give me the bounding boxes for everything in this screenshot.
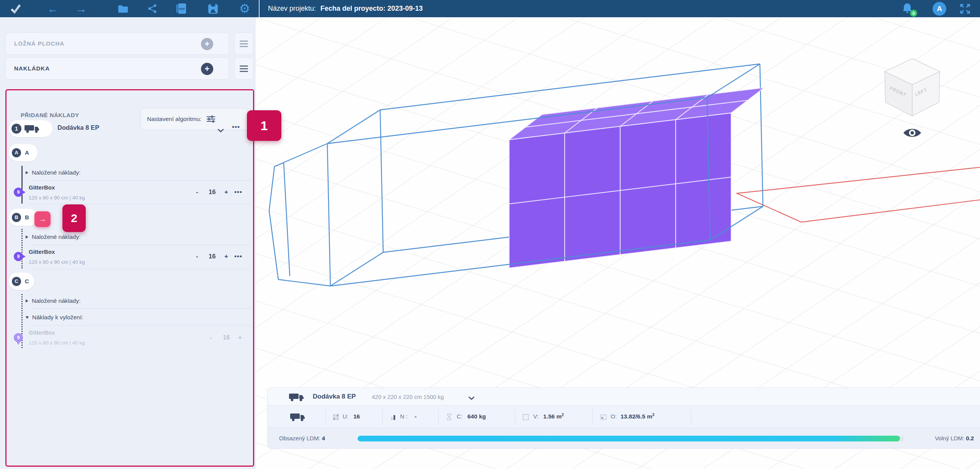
section-nakladka[interactable]: NAKLÁDKA + xyxy=(5,57,229,80)
ldm-free-label: Volný LDM: 0.2 xyxy=(935,435,974,441)
project-title-value[interactable]: Fecha del proyecto: 2023-09-13 xyxy=(320,5,423,13)
cargo-b-qty[interactable]: 16 xyxy=(209,253,216,260)
cargo-c-dims: 120 x 80 x 90 cm | 40 kg xyxy=(29,340,85,346)
vehicle-name[interactable]: Dodávka 8 EP xyxy=(57,124,99,131)
cargo-c-plus-button[interactable]: + xyxy=(238,334,242,342)
group-b-guide-line xyxy=(21,229,23,268)
stat-divider xyxy=(515,409,515,425)
section-lozna-plocha-label: LOŽNÁ PLOCHA xyxy=(6,33,229,54)
nakladka-menu-button[interactable] xyxy=(234,57,253,80)
cargo-b-dims: 120 x 80 x 90 cm | 40 kg xyxy=(29,259,85,265)
truck-icon xyxy=(289,392,305,402)
settings-gear-icon[interactable]: ⚙ xyxy=(237,0,252,17)
group-b-pill[interactable]: B B xyxy=(9,209,38,226)
hamburger-icon xyxy=(240,41,248,42)
notifications-bell-icon[interactable]: 0 xyxy=(902,3,915,16)
group-c-pill[interactable]: C C xyxy=(9,273,34,290)
section-lozna-plocha[interactable]: LOŽNÁ PLOCHA + xyxy=(5,33,229,55)
top-bar: ← → PDF ⚙ Název projektu: Fecha del proy… xyxy=(0,0,980,17)
cargo-a-minus-button[interactable]: - xyxy=(196,188,198,196)
stat-divider xyxy=(382,409,383,425)
panel-vehicle-name: Dodávka 8 EP xyxy=(313,393,356,400)
group-c-loaded-toggle[interactable]: Naložené náklady: xyxy=(26,297,81,304)
group-b-arrow-button[interactable]: → xyxy=(34,211,51,227)
back-arrow-icon[interactable]: ← xyxy=(46,0,60,17)
collapsed-triangle-icon xyxy=(26,171,28,174)
expanded-triangle-icon xyxy=(26,316,29,319)
units-grid-icon xyxy=(333,414,339,420)
weight-hourglass-icon xyxy=(446,413,452,420)
app-logo-check-icon[interactable] xyxy=(9,0,22,17)
folder-icon[interactable] xyxy=(116,0,130,17)
vehicle-menu-dots[interactable]: ••• xyxy=(232,123,240,131)
stat-c-label: C: xyxy=(457,413,462,420)
group-a-badge: A xyxy=(12,148,21,157)
cargo-a-qty[interactable]: 16 xyxy=(209,188,216,196)
loaded-loads-label: Naložené náklady: xyxy=(32,169,81,176)
vehicle-collapse-chevron-icon[interactable] xyxy=(217,127,224,134)
separator xyxy=(29,204,252,204)
group-c-badge: C xyxy=(12,277,21,286)
export-pdf-icon[interactable]: PDF xyxy=(174,0,188,17)
lozna-plocha-menu-button[interactable] xyxy=(234,33,253,55)
added-loads-header: PŘIDANÉ NÁKLADY xyxy=(21,112,79,118)
group-a-label: A xyxy=(25,149,29,156)
cargo-c-qty[interactable]: 16 xyxy=(223,334,230,341)
loaded-loads-label: Naložené náklady: xyxy=(32,234,81,240)
cargo-a-plus-button[interactable]: + xyxy=(224,188,228,196)
project-title-label: Název projektu: xyxy=(268,5,316,13)
cargo-c-name: GitterBox xyxy=(29,329,55,336)
group-c-label: C xyxy=(25,278,29,284)
algorithm-settings-label: Nastavení algoritmu: xyxy=(147,116,201,123)
vehicle-index-badge: 1 xyxy=(11,124,21,134)
purple-cargo-stack[interactable] xyxy=(509,88,764,268)
ldm-progress-track xyxy=(358,436,904,441)
add-loading-area-button[interactable]: + xyxy=(201,38,213,50)
save-project-icon[interactable] xyxy=(206,0,220,17)
stack-bars-icon xyxy=(391,414,396,420)
add-nakladka-button[interactable]: + xyxy=(201,63,213,75)
cargo-a-menu-dots[interactable]: ••• xyxy=(234,188,242,196)
cargo-b-menu-dots[interactable]: ••• xyxy=(234,253,242,260)
group-b-badge: B xyxy=(12,213,21,222)
share-icon[interactable] xyxy=(145,0,159,17)
stat-c-value: 640 kg xyxy=(467,413,486,420)
project-title: Název projektu: Fecha del proyecto: 2023… xyxy=(268,0,423,17)
separator xyxy=(29,180,252,181)
separator xyxy=(29,245,252,245)
ldm-used-label: Obsazený LDM: 4 xyxy=(279,435,325,441)
ldm-free-value: 0.2 xyxy=(966,435,974,441)
stat-u-label: U: xyxy=(343,413,348,420)
forward-arrow-icon[interactable]: → xyxy=(74,0,88,17)
separator xyxy=(29,308,252,309)
stat-divider xyxy=(592,409,593,425)
to-unload-label: Náklady k vyložení: xyxy=(32,314,83,321)
group-a-pill[interactable]: A A xyxy=(9,144,38,161)
group-a-loaded-toggle[interactable]: Naložené náklady: xyxy=(26,169,81,176)
group-b-loaded-toggle[interactable]: Naložené náklady: xyxy=(26,234,81,240)
area-square-icon xyxy=(523,414,529,420)
panel-chevron-down-icon[interactable] xyxy=(468,395,475,402)
cargo-c-count-badge: 9 xyxy=(14,333,23,342)
sidebar: LOŽNÁ PLOCHA + NAKLÁDKA + PŘIDANÉ NÁKLAD… xyxy=(0,17,255,469)
separator xyxy=(29,325,252,325)
topbar-divider xyxy=(259,0,260,17)
ldm-used-value: 4 xyxy=(322,435,325,441)
annotation-step-1: 1 xyxy=(247,110,281,141)
vehicle-summary-row[interactable]: Dodávka 8 EP 420 x 220 x 220 cm 1500 kg xyxy=(268,388,980,406)
user-avatar[interactable]: A xyxy=(933,2,946,16)
stat-divider xyxy=(691,409,691,425)
cargo-b-plus-button[interactable]: + xyxy=(224,253,228,260)
truck-icon xyxy=(24,124,40,133)
group-c-unload-toggle[interactable]: Náklady k vyložení: xyxy=(26,314,83,321)
cargo-b-minus-button[interactable]: - xyxy=(196,253,198,260)
group-b-label: B xyxy=(25,214,29,221)
fullscreen-icon[interactable] xyxy=(958,0,972,17)
cargo-a-name: GitterBox xyxy=(29,184,55,191)
cargo-c-minus-button[interactable]: - xyxy=(210,334,212,342)
group-a-guide-line xyxy=(21,166,23,204)
stat-o-value: 13.82/6.5 m3 xyxy=(621,413,654,420)
volume-box-icon xyxy=(600,414,607,420)
cargo-a-dims: 120 x 80 x 90 cm | 40 kg xyxy=(29,195,85,201)
ldm-row: Obsazený LDM: 4 Volný LDM: 0.2 xyxy=(268,428,980,449)
